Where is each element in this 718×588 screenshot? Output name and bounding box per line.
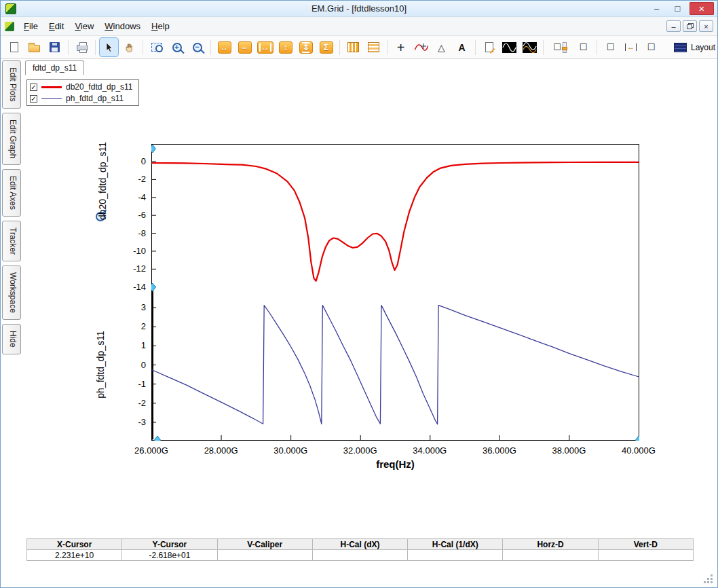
menu-file[interactable]: File (18, 18, 43, 34)
v-double-arrows-icon: ⇕ (299, 41, 313, 54)
x-tick-label: 36.000G (472, 445, 527, 456)
fit-y-icon[interactable]: ↕ (276, 38, 295, 56)
delta-marker-icon[interactable]: △ (432, 38, 451, 56)
column-panels-icon[interactable] (344, 38, 362, 56)
menu-windows[interactable]: Windows (99, 18, 146, 34)
y-tick-label: -2 (115, 398, 146, 409)
new-file-icon[interactable] (5, 38, 23, 56)
child-close-button[interactable]: × (699, 20, 713, 32)
h-range-icon[interactable]: ↔ (622, 38, 640, 56)
close-button[interactable]: × (689, 2, 714, 15)
toolbar-separator (597, 40, 597, 55)
menu-edit[interactable]: Edit (43, 18, 69, 34)
scroll-y-icon[interactable]: ⇕ (297, 38, 315, 56)
floppy-icon (50, 42, 60, 52)
curve-tracker-icon[interactable] (412, 38, 430, 56)
y-tick-label: -8 (115, 228, 146, 239)
legend-line-sample-blue (41, 98, 62, 99)
sigma-icon: Σ (320, 41, 333, 54)
child-minimize-button[interactable]: – (666, 20, 681, 32)
restore-icon (687, 23, 694, 29)
y-tick-label: -3 (115, 417, 146, 428)
sidebar-item-workspace[interactable]: Workspace (2, 265, 21, 320)
print-icon[interactable] (73, 38, 91, 56)
legend-row: ✓ ph_fdtd_dp_s11 (30, 93, 133, 104)
v-arrows-icon: ↕ (279, 41, 292, 54)
menu-help[interactable]: Help (146, 18, 175, 34)
scroll-x-icon[interactable]: ⇔ (235, 38, 254, 56)
blank-page-icon (10, 42, 18, 52)
save-icon[interactable] (45, 38, 64, 56)
edit-note-icon[interactable] (480, 38, 498, 56)
full-x-range-icon[interactable]: ↔ (256, 38, 274, 56)
h-caliper-checkbox2-icon[interactable]: ☐ (642, 38, 660, 56)
x-tick-label: 30.000G (263, 445, 318, 456)
minimize-button[interactable]: – (647, 2, 666, 15)
sidebar-item-edit-plots[interactable]: Edit Plots (2, 60, 21, 109)
dark-plot-icon[interactable] (500, 38, 518, 56)
h-arrows-bars-icon: ↔ (257, 41, 273, 54)
resize-grip[interactable] (711, 581, 713, 583)
waveform-dual-dark-icon (523, 42, 537, 53)
text-annotation-icon[interactable]: A (453, 38, 471, 56)
x-tick-label: 28.000G (194, 445, 248, 456)
checkbox-icon: ☐ (607, 43, 615, 52)
y-tick-label: -14 (115, 282, 146, 293)
sidebar-item-tracker[interactable]: Tracker (2, 221, 21, 261)
fit-x-icon[interactable]: ↔ (215, 38, 233, 56)
magnifier-plus-icon: + (172, 43, 182, 52)
status-value-x-cursor: 2.231e+10 (27, 550, 122, 561)
toolbar-separator (210, 40, 211, 55)
pointer-tool-icon[interactable] (100, 38, 118, 56)
plot-area[interactable] (151, 144, 639, 441)
menu-view[interactable]: View (69, 18, 99, 34)
crosshair-icon[interactable]: + (392, 38, 410, 56)
menu-bar: File Edit View Windows Help – × (1, 17, 717, 36)
y-tick-label: 0 (115, 360, 146, 371)
note-page-icon (485, 42, 493, 52)
legend-checkbox-db20[interactable]: ✓ (30, 84, 37, 91)
toolbar-separator (339, 40, 340, 55)
h-double-arrows-icon: ⇔ (238, 41, 252, 54)
plot-canvas[interactable] (151, 144, 639, 441)
zoom-box-icon (151, 43, 162, 52)
y-tick-label: -10 (115, 246, 146, 257)
vertical-bars-icon (347, 42, 359, 52)
sidebar-item-hide[interactable]: Hide (2, 324, 21, 354)
autoscale-sum-icon[interactable]: Σ (317, 38, 335, 56)
tab-fdtd-dp-s11[interactable]: fdtd_dp_s11 (25, 60, 84, 75)
sidebar-item-edit-axes[interactable]: Edit Axes (2, 169, 21, 217)
printer-icon (77, 45, 88, 51)
hand-icon (124, 42, 135, 53)
zoom-out-icon[interactable]: − (188, 38, 206, 56)
status-header-h-cal-dx: H-Cal (dX) (313, 539, 408, 550)
zoom-in-icon[interactable]: + (168, 38, 186, 56)
checkbox-icon: ☐ (580, 43, 588, 52)
curve-marker-icon (415, 42, 428, 53)
legend-row: ✓ db20_fdtd_dp_s11 (30, 81, 133, 92)
x-tick-label: 34.000G (402, 445, 457, 456)
folder-icon (29, 45, 40, 52)
v-caliper-checkbox-icon[interactable]: ☐ (574, 38, 592, 56)
y-axis-title-ph: ph_fdtd_dp_s11 (95, 331, 106, 398)
dark-dual-plot-icon[interactable] (521, 38, 539, 56)
sidebar-item-edit-graph[interactable]: Edit Graph (2, 113, 21, 165)
child-restore-button[interactable] (683, 20, 697, 32)
toolbar-separator (543, 40, 544, 55)
v-caliper-toggle-icon[interactable]: ☐ (548, 38, 572, 56)
checkbox-icon: ☐ (553, 43, 561, 52)
open-file-icon[interactable] (25, 38, 43, 56)
status-value-vert-d (599, 550, 694, 561)
status-value-horz-d (503, 550, 598, 561)
legend-checkbox-ph[interactable]: ✓ (30, 95, 37, 103)
h-caliper-checkbox-icon[interactable]: ☐ (601, 38, 620, 56)
layout-dropdown[interactable]: Layout ▾ (669, 41, 718, 54)
zoom-region-icon[interactable] (147, 38, 166, 56)
pan-hand-icon[interactable] (120, 38, 138, 56)
status-header-x-cursor: X-Cursor (27, 539, 122, 550)
maximize-button[interactable]: □ (668, 2, 687, 15)
toolbar-separator (95, 40, 96, 55)
y-tick-label: 1 (115, 340, 146, 351)
y-tick-label: -12 (115, 263, 146, 274)
row-panels-icon[interactable] (364, 38, 383, 56)
